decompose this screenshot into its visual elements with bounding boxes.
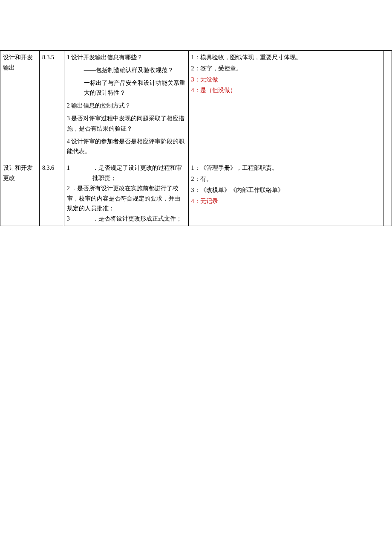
answer-text: 3：无没做 — [191, 76, 218, 83]
question-item: 1 ．是否规定了设计更改的过程和审批职责； — [67, 163, 186, 183]
question-item: 4 设计评审的参加者是否是相应评审阶段的职能代表。 — [67, 137, 186, 157]
answer-line: 2：签字，受控章。 — [191, 64, 380, 74]
cell-empty — [383, 51, 392, 161]
question-text: 1 设计开发输出信息有哪些？ — [67, 54, 143, 61]
question-text: 3 是否对评审过程中发现的问题采取了相应措施，是否有结果的验证？ — [67, 115, 185, 132]
answer-text: 2：有。 — [191, 176, 212, 182]
answer-text: 1：《管理手册》，工程部职责。 — [191, 165, 278, 171]
cell-questions: 1 设计开发输出信息有哪些？ ——包括制造确认样及验收规范？ 一标出了与产品安全… — [64, 51, 188, 161]
question-text: ．是否规定了设计更改的过程和审批职责； — [92, 163, 186, 183]
table-row: 设计和开发更改 8.3.6 1 ．是否规定了设计更改的过程和审批职责； 2 ．是… — [0, 161, 392, 226]
question-sub: 一标出了与产品安全和设计功能关系重大的设计特性？ — [67, 78, 186, 99]
question-item: 3 ．是否将设计更改形成正式文件； — [67, 214, 186, 224]
question-sub-text: 一标出了与产品安全和设计功能关系重大的设计特性？ — [67, 78, 186, 99]
answer-text: 4：无记录 — [191, 198, 218, 204]
answer-line-negative: 4：是（但没做） — [191, 85, 380, 96]
cell-answers: 1：模具验收，图纸体现，重要尺寸体现。 2：签字，受控章。 3：无没做 4：是（… — [188, 51, 383, 161]
question-number: 3 — [67, 214, 92, 224]
row-code-text: 8.3.6 — [42, 165, 54, 171]
answer-text: 1：模具验收，图纸体现，重要尺寸体现。 — [191, 54, 302, 61]
question-text: 4 设计评审的参加者是否是相应评审阶段的职能代表。 — [67, 138, 185, 155]
question-item: 3 是否对评审过程中发现的问题采取了相应措施，是否有结果的验证？ — [67, 113, 186, 134]
question-sub: ——包括制造确认样及验收规范？ — [67, 65, 186, 76]
question-number: 1 — [67, 163, 92, 183]
question-sub-text: ——包括制造确认样及验收规范？ — [67, 65, 186, 76]
cell-answers: 1：《管理手册》，工程部职责。 2：有。 3：《改模单》《内部工作联络单》 4：… — [188, 161, 383, 226]
answer-line: 2：有。 — [191, 174, 380, 184]
question-item: 1 设计开发输出信息有哪些？ — [67, 52, 186, 63]
answer-text: 4：是（但没做） — [191, 87, 236, 93]
cell-title: 设计和开发输出 — [0, 51, 40, 161]
cell-code: 8.3.5 — [39, 51, 64, 161]
row-title-text: 设计和开发更改 — [3, 165, 33, 181]
row-code-text: 8.3.5 — [42, 54, 54, 61]
document-table: 设计和开发输出 8.3.5 1 设计开发输出信息有哪些？ ——包括制造确认样及验… — [0, 50, 392, 226]
question-item: 2 ．是否所有设计更改在实施前都进行了校审，校审的内容是否符合规定的要求，并由规… — [67, 183, 186, 214]
answer-line: 1：《管理手册》，工程部职责。 — [191, 163, 380, 173]
cell-empty — [383, 161, 392, 226]
answer-line: 3：《改模单》《内部工作联络单》 — [191, 185, 380, 195]
answer-line: 1：模具验收，图纸体现，重要尺寸体现。 — [191, 52, 380, 63]
question-item: 2 输出信息的控制方式？ — [67, 101, 186, 111]
question-text: ．是否将设计更改形成正式文件； — [92, 214, 186, 224]
answer-line-negative: 4：无记录 — [191, 196, 380, 206]
cell-questions: 1 ．是否规定了设计更改的过程和审批职责； 2 ．是否所有设计更改在实施前都进行… — [64, 161, 188, 226]
answer-text: 2：签字，受控章。 — [191, 65, 242, 72]
cell-code: 8.3.6 — [39, 161, 64, 226]
row-title-text: 设计和开发输出 — [3, 54, 33, 71]
question-text: 2 输出信息的控制方式？ — [67, 102, 131, 109]
answer-text: 3：《改模单》《内部工作联络单》 — [191, 187, 284, 193]
cell-title: 设计和开发更改 — [0, 161, 40, 226]
answer-line-negative: 3：无没做 — [191, 75, 380, 85]
question-text: 2 ．是否所有设计更改在实施前都进行了校审，校审的内容是否符合规定的要求，并由规… — [67, 185, 180, 212]
table-row: 设计和开发输出 8.3.5 1 设计开发输出信息有哪些？ ——包括制造确认样及验… — [0, 51, 392, 161]
